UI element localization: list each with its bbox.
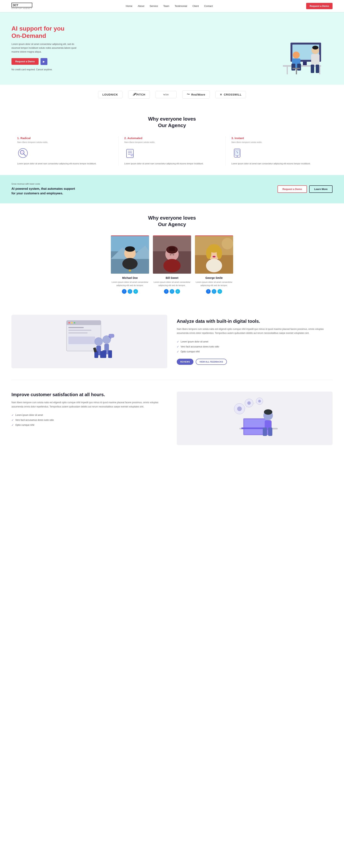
george-vimeo-icon[interactable]: v <box>217 289 222 294</box>
improve-svg-container <box>177 392 333 445</box>
team-heading-line2: Our Agency <box>158 221 186 227</box>
george-twitter-icon[interactable]: t <box>212 289 216 294</box>
nav-client[interactable]: Client <box>192 5 199 7</box>
team-bill-desc: Lorem ipsum dolor sit amet consectetur a… <box>153 281 191 287</box>
cta-buttons: Request a Demo Learn More <box>278 185 333 193</box>
check-icon-2: ✓ <box>177 345 179 348</box>
feature-instant: 3. Instant Nam libero tempore soluta nob… <box>225 136 333 165</box>
check-text-1: Lorem ipsum dolor sit amet <box>181 340 208 343</box>
analyze-description: Nam libero tempore cum soluta nabs est e… <box>177 327 333 335</box>
feature-automated: 2. Automated Nam libero tempore soluta n… <box>118 136 225 165</box>
hero-demo-button[interactable]: Request a Demo <box>11 58 39 65</box>
svg-rect-80 <box>263 428 267 436</box>
brand-wire: wire <box>156 91 177 98</box>
svg-rect-4 <box>283 65 321 67</box>
svg-rect-15 <box>311 65 314 73</box>
check-icon-1: ✓ <box>177 340 179 343</box>
svg-rect-42 <box>169 247 175 251</box>
team-section: Why everyone loves Our Agency 😄 <box>0 203 344 303</box>
michael-facebook-icon[interactable]: f <box>122 289 127 294</box>
team-george-social: f t v <box>195 289 233 294</box>
bill-twitter-icon[interactable]: t <box>170 289 174 294</box>
why-heading-line2: Our Agency <box>158 123 186 128</box>
improve-check-2: ✓ Vero facil accusamus dores iusto odio <box>11 417 167 423</box>
feature-radical-sub: Nam libero tempore soluta nobis. <box>17 141 113 144</box>
nav-contact[interactable]: Contact <box>204 5 213 7</box>
reviews-button[interactable]: REVIEWS <box>177 359 193 365</box>
svg-point-40 <box>163 259 181 272</box>
crosswill-label: CROSSWILL <box>224 93 242 96</box>
nav-demo-button[interactable]: Request a Demo <box>306 3 333 9</box>
team-card-bill: Bill Sweet Lorem ipsum dolor sit amet co… <box>153 236 191 294</box>
svg-rect-72 <box>108 334 114 338</box>
svg-point-7 <box>293 52 300 59</box>
michael-vimeo-icon[interactable]: v <box>133 289 138 294</box>
nav-about[interactable]: About <box>138 5 144 7</box>
svg-point-47 <box>222 238 233 249</box>
logo-text: DCT <box>11 3 32 7</box>
bill-vimeo-icon[interactable]: v <box>176 289 180 294</box>
wire-label: wire <box>163 93 169 96</box>
svg-line-20 <box>24 154 26 156</box>
feature-automated-number: 2. <box>124 136 127 140</box>
improve-heading: Improve customer satisfaction at all hou… <box>11 392 167 398</box>
svg-point-51 <box>206 247 211 259</box>
why-section: Why everyone loves Our Agency 1. Radical… <box>0 104 344 175</box>
bill-facebook-icon[interactable]: f <box>164 289 168 294</box>
svg-point-53 <box>213 256 216 257</box>
logo: DCT STARTUP AGENCY <box>11 3 32 9</box>
svg-point-18 <box>18 149 28 158</box>
pitch-label: PITCH <box>136 93 146 96</box>
improve-illustration-container <box>177 392 333 445</box>
automated-icon <box>124 147 136 159</box>
improve-check-icon-1: ✓ <box>11 413 14 416</box>
cta-small-text: Grow revenue with lower costs <box>11 183 76 185</box>
svg-rect-10 <box>297 64 301 70</box>
team-bill-name: Bill Sweet <box>153 276 191 279</box>
svg-point-88 <box>258 400 261 402</box>
team-michael-desc: Lorem ipsum dolor sit amet consectetur a… <box>111 281 149 287</box>
nav-testimonial[interactable]: Testimonial <box>175 5 187 7</box>
brands-section: LOUDNICK 𝒫 PITCH wire 〜 RealWave ✕ CROSS… <box>0 85 344 104</box>
hero-heading: AI support for you On-Demand <box>11 25 76 39</box>
feature-automated-desc: Lorem ipsum dolor sit amet nam consectet… <box>124 162 220 165</box>
cta-demo-button[interactable]: Request a Demo <box>278 185 307 193</box>
team-george-desc: Lorem ipsum dolor sit amet consectetur a… <box>195 281 233 287</box>
hero-buttons: Request a Demo ▶ <box>11 58 76 65</box>
brand-crosswill: ✕ CROSSWILL <box>215 91 246 98</box>
michael-twitter-icon[interactable]: t <box>128 289 132 294</box>
team-heading: Why everyone loves Our Agency <box>11 215 333 228</box>
feature-automated-title: 2. Automated <box>124 136 220 140</box>
hero-play-button[interactable]: ▶ <box>40 58 48 65</box>
improve-description: Nam libero tempore cum soluta nabs est e… <box>11 401 167 409</box>
svg-point-56 <box>68 322 70 323</box>
nav-team[interactable]: Team <box>163 5 169 7</box>
analyze-action-buttons: REVIEWS VIEW ALL FEEDBACKS <box>177 359 333 365</box>
cta-learn-more-button[interactable]: Learn More <box>309 185 333 193</box>
svg-rect-70 <box>102 350 106 358</box>
loudnick-label: LOUDNICK <box>102 93 118 96</box>
improve-check-1: ✓ Lorem ipsum dolor sit amet <box>11 412 167 417</box>
play-icon: ▶ <box>43 60 45 63</box>
check-text-3: Optio cumque nihil <box>181 350 199 353</box>
navbar: DCT STARTUP AGENCY Home About Service Te… <box>0 0 344 12</box>
svg-point-21 <box>22 152 23 153</box>
brand-realwave: 〜 RealWave <box>182 90 210 99</box>
svg-point-84 <box>237 406 242 411</box>
feature-radical-desc: Lorem ipsum dolor sit amet nam consectet… <box>17 162 113 165</box>
nav-service[interactable]: Service <box>150 5 158 7</box>
team-george-photo <box>195 236 233 274</box>
svg-rect-12 <box>296 69 297 74</box>
svg-rect-71 <box>108 350 112 358</box>
feature-automated-sub: Nam libero tempore soluta nobis. <box>124 141 220 144</box>
nav-home[interactable]: Home <box>126 5 132 7</box>
improve-check-text-1: Lorem ipsum dolor sit amet <box>15 414 43 416</box>
george-facebook-icon[interactable]: f <box>206 289 211 294</box>
feature-instant-number: 3. <box>231 136 234 140</box>
hero-section: AI support for you On-Demand Lorem ipsum… <box>0 12 344 85</box>
feedbacks-button[interactable]: VIEW ALL FEEDBACKS <box>196 359 227 365</box>
cross-icon-char: ✕ <box>220 93 222 96</box>
hero-svg <box>268 24 333 77</box>
logo-sub: STARTUP AGENCY <box>11 7 32 9</box>
svg-point-49 <box>206 259 222 272</box>
